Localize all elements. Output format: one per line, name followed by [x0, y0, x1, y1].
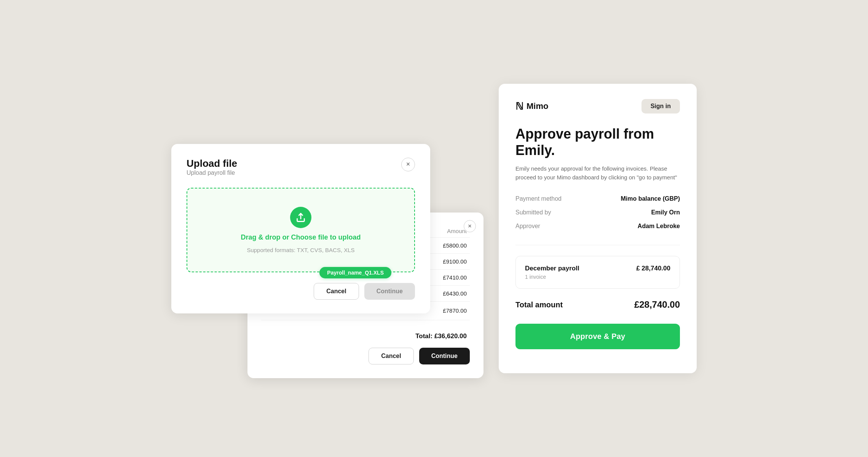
submitted-by-label: Submitted by	[515, 209, 551, 216]
approver-label: Approver	[515, 223, 540, 230]
invoice-name: December payroll	[525, 265, 579, 272]
approver-row: Approver Adam Lebroke	[515, 223, 680, 230]
dropzone-main-text: Drag & drop or	[241, 233, 291, 241]
approval-info-section: Payment method Mimo balance (GBP) Submit…	[515, 195, 680, 230]
upload-modal-close-button[interactable]: ×	[401, 158, 415, 171]
payroll-continue-button[interactable]: Continue	[419, 348, 470, 364]
mimo-logo-icon: ℕ	[515, 101, 523, 112]
upload-continue-button[interactable]: Continue	[364, 283, 415, 300]
total-label: Total amount	[515, 300, 563, 309]
file-badge: Payroll_name_Q1.XLS	[319, 267, 391, 278]
approval-title: Approve payroll from Emily.	[515, 126, 680, 158]
invoice-amount: £ 28,740.00	[636, 265, 670, 272]
submitted-by-row: Submitted by Emily Orn	[515, 209, 680, 216]
upload-modal-subtitle: Upload payroll file	[187, 169, 237, 176]
payment-method-row: Payment method Mimo balance (GBP)	[515, 195, 680, 202]
invoice-count: 1 invoice	[525, 274, 670, 280]
payroll-modal-footer: Cancel Continue	[261, 348, 470, 364]
right-panel-header: ℕ Mimo Sign in	[515, 99, 680, 113]
approval-subtitle: Emily needs your approval for the follow…	[515, 165, 680, 182]
mimo-logo-text: Mimo	[527, 101, 548, 111]
payroll-cancel-button[interactable]: Cancel	[369, 348, 413, 364]
dropzone-text: Drag & drop or Choose file to upload	[241, 233, 361, 241]
invoice-card: December payroll £ 28,740.00 1 invoice	[515, 256, 680, 289]
upload-modal-title: Upload file	[187, 158, 237, 169]
submitted-by-value: Emily Orn	[651, 209, 680, 216]
approve-pay-button[interactable]: Approve & Pay	[515, 324, 680, 349]
payroll-total: Total: £36,620.00	[261, 327, 470, 340]
mimo-logo: ℕ Mimo	[515, 101, 548, 112]
upload-modal-footer: Cancel Continue	[187, 283, 415, 300]
invoice-card-top: December payroll £ 28,740.00	[525, 265, 670, 272]
total-amount: £28,740.00	[634, 299, 680, 310]
upload-icon	[290, 207, 311, 228]
approver-value: Adam Lebroke	[638, 223, 680, 230]
dropzone[interactable]: Drag & drop or Choose file to upload Sup…	[187, 188, 415, 272]
divider	[515, 245, 680, 245]
upload-modal-header: Upload file Upload payroll file ×	[187, 158, 415, 185]
sign-in-button[interactable]: Sign in	[641, 99, 680, 113]
upload-modal-titles: Upload file Upload payroll file	[187, 158, 237, 185]
upload-modal: Upload file Upload payroll file × Drag &…	[171, 144, 430, 313]
dropzone-formats: Supported formats: TXT, CVS, BACS, XLS	[247, 247, 354, 253]
approval-panel: ℕ Mimo Sign in Approve payroll from Emil…	[499, 84, 697, 373]
total-section: Total amount £28,740.00	[515, 299, 680, 310]
left-section: Upload file Upload payroll file × Drag &…	[171, 144, 483, 313]
upload-cancel-button[interactable]: Cancel	[314, 283, 359, 300]
dropzone-choose-file-link[interactable]: Choose file	[291, 233, 328, 241]
payment-method-value: Mimo balance (GBP)	[621, 195, 680, 202]
payment-method-label: Payment method	[515, 195, 562, 202]
dropzone-after-text: to upload	[328, 233, 361, 241]
payroll-modal-close-button[interactable]: ×	[464, 220, 476, 232]
